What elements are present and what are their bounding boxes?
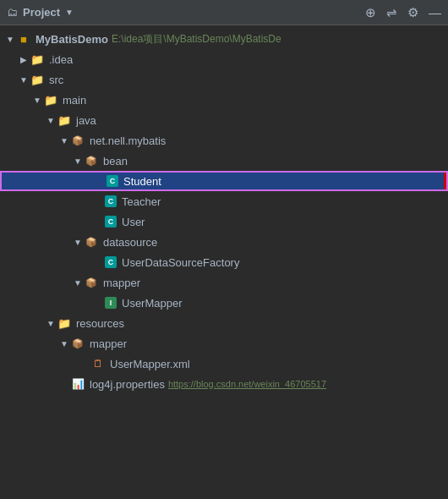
tree-item-mapper[interactable]: 📦 mapper xyxy=(0,272,448,293)
tree-item-package-root[interactable]: 📦 net.nell.mybatis xyxy=(0,130,448,151)
tree-item-mybatisdemo[interactable]: ■ MyBatisDemo E:\idea项目\MyBatisDemo\MyBa… xyxy=(0,29,448,49)
root-label: MyBatisDemo xyxy=(36,33,108,46)
tree-item-usermapper[interactable]: I UserMapper xyxy=(0,293,448,313)
datasource-label: datasource xyxy=(103,236,157,249)
xml-file-icon: 🗒 xyxy=(91,357,105,370)
datasource-package-icon: 📦 xyxy=(85,235,98,249)
arrow-mapper xyxy=(71,276,85,289)
tree-item-java[interactable]: 📁 java xyxy=(0,110,448,130)
file-tree: ■ MyBatisDemo E:\idea项目\MyBatisDemo\MyBa… xyxy=(0,25,448,499)
tree-item-usermapper-xml[interactable]: 🗒 UserMapper.xml xyxy=(0,354,448,374)
folder-res-mapper-icon: 📦 xyxy=(71,337,85,350)
tree-item-user[interactable]: C User xyxy=(0,211,448,232)
arrow-usermapper xyxy=(91,296,105,310)
tree-item-datasource[interactable]: 📦 datasource xyxy=(0,232,448,252)
folder-main-icon: 📁 xyxy=(44,93,57,107)
arrow-src xyxy=(17,73,30,86)
package-root-label: net.nell.mybatis xyxy=(90,134,166,147)
minimize-icon[interactable]: — xyxy=(429,6,441,19)
tree-item-log4j[interactable]: 📊 log4j.properties https://blog.csdn.net… xyxy=(0,374,448,394)
add-icon[interactable]: ⊕ xyxy=(365,6,376,19)
arrow-userdsf xyxy=(91,255,105,269)
arrow-package-root xyxy=(57,134,71,147)
arrow-log4j xyxy=(57,377,71,391)
folder-idea-icon: 📁 xyxy=(30,52,44,66)
class-badge-userdsf: C xyxy=(105,256,117,268)
tree-item-main[interactable]: 📁 main xyxy=(0,90,448,110)
mapper-label: mapper xyxy=(103,277,140,289)
module-icon: ■ xyxy=(17,32,30,46)
arrow-bean xyxy=(71,154,85,167)
resources-label: resources xyxy=(76,317,124,330)
package-icon: 📦 xyxy=(71,134,85,147)
prop-file-icon: 📊 xyxy=(71,377,85,391)
bean-package-icon: 📦 xyxy=(85,154,98,167)
folder-src-icon: 📁 xyxy=(30,73,44,86)
tree-item-res-mapper[interactable]: 📦 mapper xyxy=(0,333,448,354)
mapper-package-icon: 📦 xyxy=(85,276,98,289)
tree-item-src[interactable]: 📁 src xyxy=(0,69,448,90)
arrow-mybatisdemo xyxy=(3,32,17,46)
tree-item-idea[interactable]: 📁 .idea xyxy=(0,49,448,69)
root-path: E:\idea项目\MyBatisDemo\MyBatisDe xyxy=(112,32,281,47)
log4j-label: log4j.properties xyxy=(90,378,165,391)
usermapper-xml-label: UserMapper.xml xyxy=(110,358,190,370)
toolbar: 🗂 Project ▼ ⊕ ⇌ ⚙ — xyxy=(0,0,448,25)
tree-item-teacher[interactable]: C Teacher xyxy=(0,191,448,211)
java-label: java xyxy=(76,114,96,127)
tree-item-student[interactable]: C Student xyxy=(0,171,448,191)
arrow-usermapper-xml xyxy=(78,357,91,370)
folder-java-icon: 📁 xyxy=(57,113,71,127)
tree-item-resources[interactable]: 📁 resources xyxy=(0,313,448,333)
main-label: main xyxy=(63,94,86,107)
scroll-indicator xyxy=(444,173,446,189)
toolbar-title: Project xyxy=(23,6,60,19)
src-label: src xyxy=(49,74,63,86)
arrow-user xyxy=(91,215,105,228)
split-icon[interactable]: ⇌ xyxy=(386,6,397,19)
arrow-idea xyxy=(17,52,30,66)
res-mapper-label: mapper xyxy=(90,337,127,350)
bean-label: bean xyxy=(103,155,128,167)
arrow-student xyxy=(93,174,107,188)
folder-resources-icon: 📁 xyxy=(57,316,71,330)
tree-item-bean[interactable]: 📦 bean xyxy=(0,151,448,171)
class-badge-teacher: C xyxy=(105,195,117,207)
arrow-datasource xyxy=(71,235,85,249)
arrow-main xyxy=(30,93,44,107)
arrow-teacher xyxy=(91,195,105,208)
idea-label: .idea xyxy=(49,53,73,66)
log4j-url: https://blog.csdn.net/weixin_46705517 xyxy=(168,379,326,389)
arrow-java xyxy=(44,113,57,127)
project-folder-icon: 🗂 xyxy=(7,6,18,19)
teacher-label: Teacher xyxy=(122,195,161,208)
arrow-res-mapper xyxy=(57,337,71,350)
dropdown-arrow[interactable]: ▼ xyxy=(65,8,74,17)
class-badge-user: C xyxy=(105,216,117,228)
settings-icon[interactable]: ⚙ xyxy=(407,6,418,19)
class-badge-student: C xyxy=(107,175,118,187)
userdsf-label: UserDataSourceFactory xyxy=(122,256,239,269)
student-label: Student xyxy=(123,175,161,188)
user-label: User xyxy=(122,216,145,228)
arrow-resources xyxy=(44,316,57,330)
interface-badge-usermapper: I xyxy=(105,297,117,309)
usermapper-label: UserMapper xyxy=(122,297,183,310)
tree-item-userdsf[interactable]: C UserDataSourceFactory xyxy=(0,252,448,272)
